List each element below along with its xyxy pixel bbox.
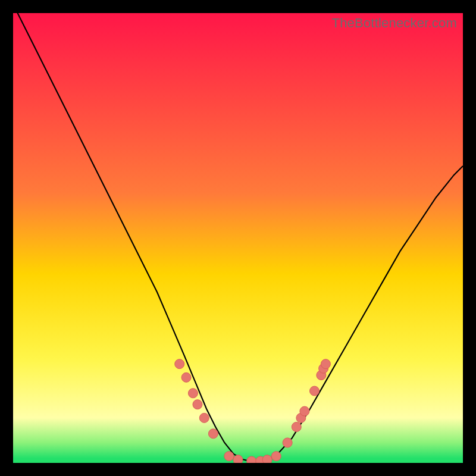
- data-dot: [193, 400, 202, 409]
- data-dot: [310, 386, 320, 396]
- curve-layer: [13, 13, 463, 463]
- data-dot: [321, 359, 330, 369]
- data-dots: [175, 359, 331, 463]
- chart-frame: TheBottlenecker.com: [0, 0, 476, 476]
- data-dot: [181, 372, 191, 382]
- data-dot: [271, 452, 281, 461]
- data-dot: [188, 389, 198, 398]
- data-dot: [224, 452, 234, 461]
- data-dot: [199, 413, 209, 422]
- plot-area: TheBottlenecker.com: [13, 13, 463, 463]
- data-dot: [300, 406, 309, 416]
- data-dot: [233, 455, 243, 463]
- data-dot: [208, 429, 218, 439]
- data-dot: [283, 438, 292, 447]
- data-dot: [247, 456, 256, 463]
- bottleneck-curve: [13, 13, 463, 462]
- data-dot: [175, 359, 184, 369]
- data-dot: [292, 422, 301, 432]
- data-dot: [262, 455, 272, 463]
